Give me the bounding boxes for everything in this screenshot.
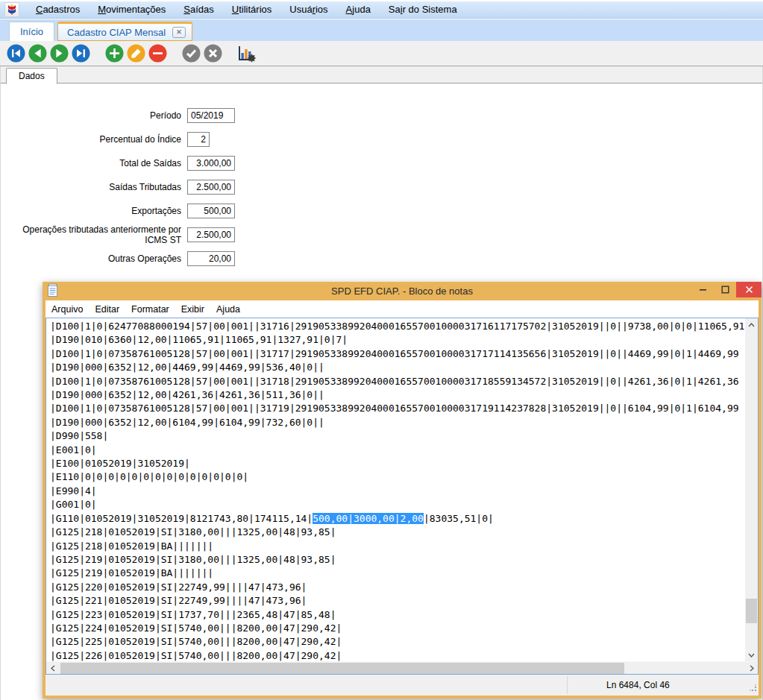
form-row-exportacoes: Exportações <box>1 204 762 218</box>
cancel-button[interactable] <box>203 44 222 63</box>
menu-item-sair-do-sistema[interactable]: Sair do Sistema <box>380 1 466 18</box>
resize-grip[interactable] <box>750 684 757 694</box>
operacoes-icms-st-field[interactable] <box>187 227 235 242</box>
notepad-menu-editar[interactable]: Editar <box>89 302 125 317</box>
ciap-form: PeríodoPercentual do ÍndiceTotal de Saíd… <box>1 83 762 266</box>
cursor-position-cell: Ln 6484, Col 46 <box>567 676 759 694</box>
maximize-button[interactable] <box>714 282 736 297</box>
scroll-down-icon[interactable] <box>745 649 758 661</box>
operacoes-icms-st-label: Operações tributadas anteriormente por I… <box>1 224 187 245</box>
horizontal-scrollbar[interactable] <box>46 661 758 674</box>
first-record-button[interactable] <box>6 44 25 63</box>
minimize-button[interactable] <box>691 282 714 297</box>
total-de-saidas-label: Total de Saídas <box>1 158 187 168</box>
menu-item-usuarios[interactable]: Usuários <box>280 1 336 18</box>
text-line: |G125|225|01052019|SI|5740,00|||8200,00|… <box>50 635 745 649</box>
notepad-window: SPD EFD CIAP. - Bloco de notas ArquivoEd… <box>43 282 762 699</box>
tab-inicio-label: Início <box>20 26 43 37</box>
report-chart-button[interactable] <box>236 44 256 63</box>
text-line: |D190|000|6352|12,00|4261,36|4261,36|511… <box>50 388 745 402</box>
outras-operacoes-field[interactable] <box>187 251 235 266</box>
saidas-tributadas-field[interactable] <box>187 180 235 195</box>
text-line: |D100|1|0|07358761005128|57|00|001||3171… <box>50 375 745 388</box>
text-line: |G125|219|01052019|BA||||||| <box>50 567 745 580</box>
form-row-percentual-do-indice: Percentual do Índice <box>1 132 762 147</box>
confirm-button[interactable] <box>181 44 201 63</box>
next-record-button[interactable] <box>49 44 69 63</box>
text-line: |E100|01052019|31052019| <box>50 457 745 470</box>
vertical-scrollbar[interactable] <box>745 318 758 661</box>
text-line: |D100|1|0|62477088000194|57|00|001||3171… <box>50 320 745 333</box>
text-line: |G001|0| <box>50 498 745 511</box>
percentual-do-indice-field[interactable] <box>187 132 210 147</box>
text-line: |D190|000|6352|12,00|6104,99|6104,99|732… <box>50 416 745 429</box>
notepad-client-area: |D100|1|0|62477088000194|57|00|001||3171… <box>45 318 759 675</box>
page-tab-row: Dados <box>1 66 762 83</box>
notepad-text-content[interactable]: |D100|1|0|62477088000194|57|00|001||3171… <box>46 318 745 661</box>
text-line: |E110|0|0|0|0|0|0|0|0|0|0|0|0|0|0| <box>50 470 745 484</box>
periodo-label: Período <box>1 110 187 121</box>
text-line: |G125|223|01052019|SI|1737,70|||2365,48|… <box>50 608 745 622</box>
notepad-menu-arquivo[interactable]: Arquivo <box>45 302 89 317</box>
selected-text: 500,00|3000,00|2,00 <box>313 513 424 524</box>
notepad-menu-exibir[interactable]: Exibir <box>175 302 210 317</box>
close-button[interactable] <box>736 282 762 297</box>
scroll-right-icon[interactable] <box>745 662 758 675</box>
notepad-statusbar: Ln 6484, Col 46 <box>45 675 759 696</box>
menu-item-utilitarios[interactable]: Utilitários <box>223 1 280 18</box>
main-menubar: CadastrosMovimentaçõesSaídasUtilitáriosU… <box>0 1 763 19</box>
saidas-tributadas-label: Saídas Tributadas <box>1 182 187 192</box>
tab-cadastro-ciap-mensal-label: Cadastro CIAP Mensal <box>67 27 166 38</box>
tab-dados-label: Dados <box>19 71 45 81</box>
notepad-menu-ajuda[interactable]: Ajuda <box>210 302 246 317</box>
notepad-window-controls <box>691 282 762 300</box>
tab-close-icon[interactable]: ✕ <box>172 27 186 38</box>
notepad-title: SPD EFD CIAP. - Bloco de notas <box>45 286 759 297</box>
text-line: |D190|010|6360|12,00|11065,91|11065,91|1… <box>50 333 745 347</box>
text-line: |G125|218|01052019|BA||||||| <box>50 540 745 553</box>
add-record-button[interactable] <box>104 44 124 63</box>
menu-item-saidas[interactable]: Saídas <box>175 1 222 18</box>
vertical-scroll-thumb[interactable] <box>746 599 757 623</box>
outras-operacoes-label: Outras Operações <box>1 253 187 264</box>
text-line: |G125|221|01052019|SI|22749,99||||47|473… <box>50 594 745 608</box>
notepad-text-area[interactable]: |D100|1|0|62477088000194|57|00|001||3171… <box>46 318 758 661</box>
tab-dados[interactable]: Dados <box>6 68 57 84</box>
previous-record-button[interactable] <box>28 44 47 63</box>
text-line: |G125|224|01052019|SI|5740,00|||8200,00|… <box>50 622 745 635</box>
form-row-operacoes-icms-st: Operações tributadas anteriormente por I… <box>1 227 762 242</box>
exportacoes-label: Exportações <box>1 206 187 216</box>
delete-record-button[interactable] <box>148 44 167 63</box>
tab-inicio[interactable]: Início <box>9 22 54 41</box>
text-line: |E001|0| <box>50 444 745 457</box>
percentual-do-indice-label: Percentual do Índice <box>1 134 187 145</box>
form-row-total-de-saidas: Total de Saídas <box>1 156 762 171</box>
horizontal-scroll-thumb[interactable] <box>60 663 624 674</box>
menu-item-movimentacoes[interactable]: Movimentações <box>89 1 175 18</box>
scroll-up-icon[interactable] <box>745 318 758 331</box>
total-de-saidas-field[interactable] <box>187 156 235 171</box>
menu-item-cadastros[interactable]: Cadastros <box>27 1 89 18</box>
form-row-outras-operacoes: Outras Operações <box>1 251 762 266</box>
text-line: |D190|000|6352|12,00|4469,99|4469,99|536… <box>50 361 745 374</box>
exportacoes-field[interactable] <box>187 204 235 218</box>
form-row-saidas-tributadas: Saídas Tributadas <box>1 180 762 195</box>
notepad-menubar: ArquivoEditarFormatarExibirAjuda <box>45 300 759 318</box>
edit-record-button[interactable] <box>126 44 145 63</box>
text-line: |G125|219|01052019|SI|3180,00|||1325,00|… <box>50 553 745 567</box>
record-toolbar <box>0 41 763 66</box>
text-line: |G125|220|01052019|SI|22749,99||||47|473… <box>50 581 745 594</box>
last-record-button[interactable] <box>71 44 90 63</box>
scroll-left-icon[interactable] <box>46 662 59 675</box>
tab-cadastro-ciap-mensal[interactable]: Cadastro CIAP Mensal ✕ <box>57 22 192 41</box>
document-tabstrip: Início Cadastro CIAP Mensal ✕ <box>0 19 763 41</box>
menu-item-ajuda[interactable]: Ajuda <box>337 1 380 18</box>
notepad-menu-formatar[interactable]: Formatar <box>125 302 175 317</box>
form-row-periodo: Período <box>1 108 762 123</box>
periodo-field[interactable] <box>187 108 235 123</box>
main-menu: CadastrosMovimentaçõesSaídasUtilitáriosU… <box>27 1 466 18</box>
text-line: |G125|218|01052019|SI|3180,00|||1325,00|… <box>50 526 745 539</box>
text-line: |G125|226|01052019|SI|5740,00|||8200,00|… <box>50 649 745 661</box>
text-line: |D100|1|0|07358761005128|57|00|001||3171… <box>50 347 745 361</box>
notepad-titlebar[interactable]: SPD EFD CIAP. - Bloco de notas <box>45 282 759 300</box>
